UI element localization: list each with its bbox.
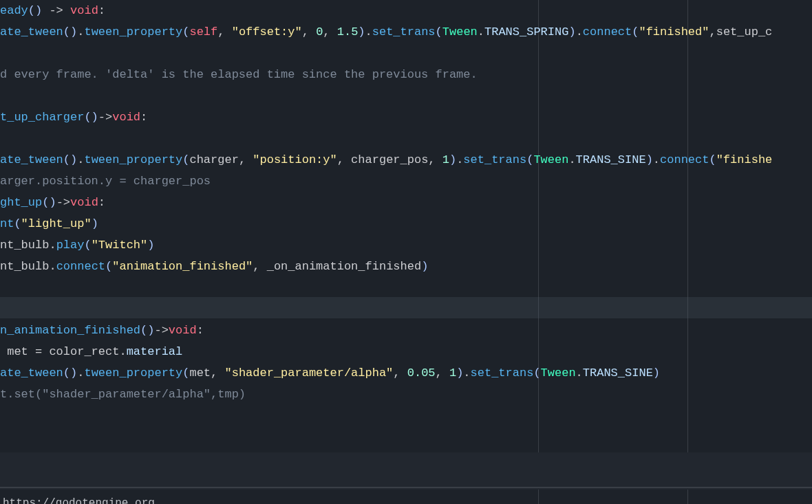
code-token: material xyxy=(127,345,183,358)
code-line[interactable]: ate_tween().tween_property(met, "shader_… xyxy=(0,362,772,384)
code-token: () xyxy=(63,366,77,380)
code-line[interactable]: ate_tween().tween_property(self, "offset… xyxy=(0,21,772,43)
editor-separator xyxy=(0,487,812,488)
code-token: ) xyxy=(358,25,365,39)
code-line[interactable]: met = color_rect.material xyxy=(0,341,772,362)
code-token: void xyxy=(112,111,140,124)
code-token: : xyxy=(98,4,105,17)
code-line[interactable]: ate_tween().tween_property(charger, "pos… xyxy=(0,149,772,171)
code-token: : xyxy=(197,324,204,337)
code-token: , xyxy=(393,366,407,380)
code-line[interactable] xyxy=(0,85,772,107)
code-token: connect xyxy=(56,260,105,273)
code-token: ( xyxy=(526,153,533,166)
code-line[interactable]: nt("light_up") xyxy=(0,213,772,234)
code-token: ( xyxy=(182,366,189,380)
code-token: , charger_pos, xyxy=(337,153,442,166)
code-token: 0 xyxy=(316,25,323,39)
code-token: tween_property xyxy=(84,25,182,39)
code-token: ) xyxy=(653,366,660,380)
code-token: tween_property xyxy=(84,153,182,166)
code-token: play xyxy=(56,239,85,252)
code-token: . xyxy=(576,25,583,39)
code-token: ) xyxy=(646,153,653,166)
code-token: 1 xyxy=(449,366,456,380)
code-token: ) xyxy=(92,217,98,230)
code-token: ) xyxy=(147,239,154,252)
code-content[interactable]: eady() -> void:ate_tween().tween_propert… xyxy=(0,0,772,405)
code-token: set_trans xyxy=(463,153,526,166)
code-token: Tween xyxy=(442,25,478,39)
code-token: connect xyxy=(660,153,709,166)
code-token: set_trans xyxy=(372,25,436,39)
code-token: TRANS_SINE xyxy=(576,153,646,166)
code-token: ) xyxy=(421,260,428,273)
code-token: d every frame. 'delta' is the elapsed ti… xyxy=(0,68,478,81)
code-line[interactable] xyxy=(0,277,772,298)
code-line[interactable]: t.set("shader_parameter/alpha",tmp) xyxy=(0,384,772,405)
code-token: self xyxy=(189,25,217,39)
code-token: 1.5 xyxy=(337,25,359,39)
code-token: . xyxy=(365,25,372,39)
code-token: ( xyxy=(182,25,189,39)
code-token: "offset:y" xyxy=(232,25,302,39)
code-token: . xyxy=(653,153,660,166)
code-token: ( xyxy=(632,25,639,39)
code-token: ( xyxy=(182,153,189,166)
code-token: void xyxy=(169,324,197,337)
code-token: ( xyxy=(709,153,716,166)
code-token: ght_up xyxy=(0,196,42,209)
code-token: "shader_parameter/alpha" xyxy=(224,366,393,380)
code-token: ) xyxy=(449,153,456,166)
code-token: . xyxy=(77,153,84,166)
code-line[interactable] xyxy=(0,298,772,320)
code-token: : xyxy=(98,196,105,209)
code-token: connect xyxy=(583,25,632,39)
code-line[interactable]: t_up_charger()->void: xyxy=(0,107,772,128)
code-token: TRANS_SINE xyxy=(583,366,653,380)
code-token: eady xyxy=(0,4,28,17)
code-token: () xyxy=(63,25,77,39)
code-line[interactable] xyxy=(0,43,772,64)
code-token: nt xyxy=(0,217,14,230)
code-token: ( xyxy=(14,217,21,230)
code-token: "position:y" xyxy=(253,153,336,166)
code-line[interactable]: n_animation_finished()->void: xyxy=(0,320,772,341)
code-token: Tween xyxy=(533,153,568,166)
code-token: . xyxy=(77,25,84,39)
code-token: n_animation_finished xyxy=(0,324,140,337)
code-token: tween_property xyxy=(84,366,182,380)
code-line[interactable]: eady() -> void: xyxy=(0,0,772,21)
code-token: "finished" xyxy=(639,25,709,39)
code-token: , xyxy=(323,25,336,39)
code-token: -> xyxy=(42,4,70,17)
code-token: () xyxy=(63,153,77,166)
code-token: , _on_animation_finished xyxy=(253,260,421,273)
code-token: ate_tween xyxy=(0,153,63,166)
code-token: ( xyxy=(84,239,91,252)
code-token: charger, xyxy=(189,153,253,166)
code-line[interactable]: nt_bulb.play("Twitch") xyxy=(0,234,772,256)
code-editor[interactable]: eady() -> void:ate_tween().tween_propert… xyxy=(0,0,812,504)
code-token: () xyxy=(140,324,154,337)
code-token: nt_bulb. xyxy=(0,239,56,252)
code-token: : xyxy=(140,111,147,124)
code-token: . xyxy=(463,366,470,380)
code-token: "animation_finished" xyxy=(112,260,253,273)
code-token: 1 xyxy=(442,153,449,166)
code-token: arger.position.y = charger_pos xyxy=(0,175,211,188)
code-line[interactable]: ght_up()->void: xyxy=(0,192,772,213)
code-token: -> xyxy=(154,324,168,337)
code-token: ate_tween xyxy=(0,25,63,39)
code-token: "finishe xyxy=(716,153,773,166)
code-token: . xyxy=(77,366,84,380)
code-token: TRANS_SPRING xyxy=(484,25,568,39)
code-token: () xyxy=(84,111,98,124)
code-line[interactable]: d every frame. 'delta' is the elapsed ti… xyxy=(0,64,772,85)
code-token: nt_bulb. xyxy=(0,260,56,273)
code-token: ( xyxy=(533,366,540,380)
code-line[interactable]: arger.position.y = charger_pos xyxy=(0,171,772,192)
code-line[interactable] xyxy=(0,128,772,149)
code-token: . xyxy=(456,153,463,166)
code-line[interactable]: nt_bulb.connect("animation_finished", _o… xyxy=(0,256,772,277)
